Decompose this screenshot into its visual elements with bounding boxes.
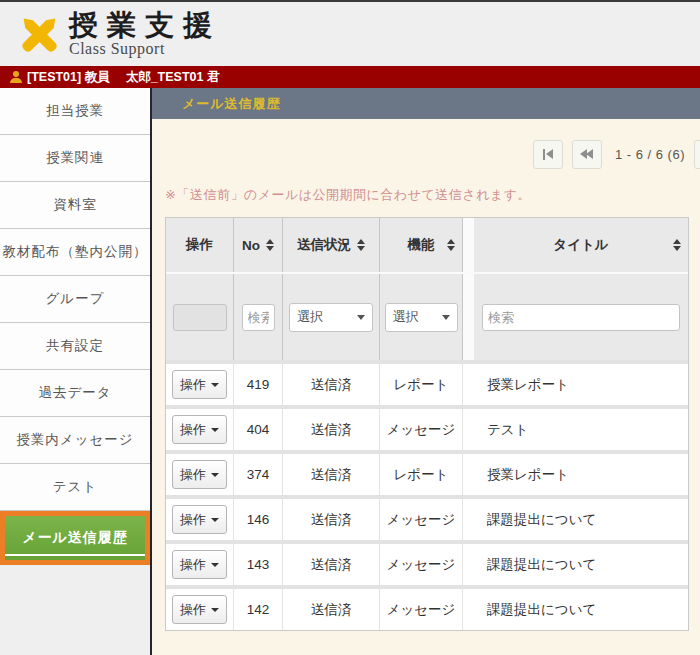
user-name: 太郎_TEST01 君	[126, 69, 220, 86]
cell-title: 授業レポート	[474, 454, 688, 495]
sidebar-item-share-settings[interactable]: 共有設定	[0, 323, 150, 370]
sort-icon	[673, 239, 681, 251]
cell-status: 送信済	[283, 409, 380, 450]
user-bar: [TEST01] 教員 太郎_TEST01 君	[0, 66, 700, 88]
sidebar-item-group[interactable]: グループ	[0, 276, 150, 323]
cell-function: メッセージ	[380, 544, 463, 585]
cell-no: 419	[234, 364, 283, 405]
column-header-title[interactable]: タイトル	[474, 218, 688, 272]
row-action-button[interactable]: 操作	[172, 595, 227, 624]
sidebar-item-library[interactable]: 資料室	[0, 182, 150, 229]
sidebar: 担当授業 授業関連 資料室 教材配布（塾内公開） グループ 共有設定 過去データ…	[0, 88, 152, 655]
select-arrow-icon	[442, 315, 450, 320]
cell-function: メッセージ	[380, 409, 463, 450]
sort-icon	[357, 239, 365, 251]
status-select[interactable]: 選択	[289, 303, 373, 332]
filter-cell-title	[474, 274, 688, 360]
app-subtitle: Class Support	[69, 40, 221, 58]
cell-function: メッセージ	[380, 589, 463, 630]
row-action-button[interactable]: 操作	[172, 460, 227, 489]
cell-function: メッセージ	[380, 499, 463, 540]
operation-filter-disabled-box	[173, 304, 227, 331]
caret-down-icon	[211, 608, 219, 612]
next-page-button[interactable]	[694, 140, 700, 169]
sidebar-item-class-messages[interactable]: 授業内メッセージ	[0, 417, 150, 464]
cell-title: テスト	[474, 409, 688, 450]
filter-cell-status: 選択	[283, 274, 380, 360]
sort-icon	[266, 239, 274, 251]
cell-function: レポート	[380, 454, 463, 495]
row-action-button[interactable]: 操作	[172, 505, 227, 534]
filter-cell-function: 選択	[380, 274, 463, 360]
first-page-button[interactable]	[533, 140, 563, 169]
cell-status: 送信済	[283, 589, 380, 630]
no-search-input[interactable]	[242, 304, 275, 331]
caret-down-icon	[211, 518, 219, 522]
filter-cell-no	[234, 274, 283, 360]
caret-down-icon	[211, 383, 219, 387]
cell-status: 送信済	[283, 364, 380, 405]
user-role-label: [TEST01] 教員	[27, 69, 110, 86]
sidebar-item-material-distribution[interactable]: 教材配布（塾内公開）	[0, 229, 150, 276]
cell-status: 送信済	[283, 499, 380, 540]
send-note: ※「送信前」のメールは公開期間に合わせて送信されます。	[165, 186, 700, 204]
cell-title: 課題提出について	[474, 544, 688, 585]
table-row: 操作 142 送信済 メッセージ 課題提出について	[166, 585, 688, 630]
column-header-function[interactable]: 機能	[380, 218, 463, 272]
active-item-highlight-ring: メール送信履歴	[0, 511, 150, 565]
cell-no: 143	[234, 544, 283, 585]
cell-no: 146	[234, 499, 283, 540]
page-title-bar: メール送信履歴	[152, 88, 700, 119]
sidebar-item-class-related[interactable]: 授業関連	[0, 135, 150, 182]
table-row: 操作 404 送信済 メッセージ テスト	[166, 405, 688, 450]
pagination-range-text: 1 - 6 / 6 (6)	[615, 147, 685, 162]
caret-down-icon	[211, 563, 219, 567]
cell-function: レポート	[380, 364, 463, 405]
column-header-operation: 操作	[166, 218, 234, 272]
row-action-button[interactable]: 操作	[172, 415, 227, 444]
sort-icon	[447, 239, 455, 251]
cell-status: 送信済	[283, 544, 380, 585]
page-title: メール送信履歴	[182, 95, 281, 113]
column-gap	[463, 274, 474, 360]
row-action-button[interactable]: 操作	[172, 370, 227, 399]
sidebar-item-past-data[interactable]: 過去データ	[0, 370, 150, 417]
table-row: 操作 146 送信済 メッセージ 課題提出について	[166, 495, 688, 540]
table-row: 操作 143 送信済 メッセージ 課題提出について	[166, 540, 688, 585]
app-header: 授業支援 Class Support	[0, 2, 700, 66]
mail-history-table: 操作 No 送信状況 機能 タイトル	[165, 217, 689, 631]
cell-title: 授業レポート	[474, 364, 688, 405]
cell-no: 404	[234, 409, 283, 450]
column-header-status[interactable]: 送信状況	[283, 218, 380, 272]
function-select[interactable]: 選択	[385, 303, 458, 332]
cell-title: 課題提出について	[474, 499, 688, 540]
content-body: 1 - 6 / 6 (6) ※「送信前」のメールは公開期間に合わせて送信されます…	[152, 119, 700, 655]
title-search-input[interactable]	[482, 304, 680, 331]
pagination: 1 - 6 / 6 (6)	[165, 139, 700, 169]
table-filter-row: 選択 選択	[166, 272, 688, 360]
table-row: 操作 374 送信済 レポート 授業レポート	[166, 450, 688, 495]
caret-down-icon	[211, 473, 219, 477]
column-gap	[463, 218, 474, 272]
cell-no: 374	[234, 454, 283, 495]
sidebar-item-mail-history[interactable]: メール送信履歴	[5, 516, 145, 560]
filter-cell-operation	[166, 274, 234, 360]
sidebar-item-assigned-classes[interactable]: 担当授業	[0, 88, 150, 135]
row-action-button[interactable]: 操作	[172, 550, 227, 579]
app-title: 授業支援	[69, 10, 221, 40]
user-icon	[10, 71, 22, 83]
column-header-no[interactable]: No	[234, 218, 283, 272]
table-header-row: 操作 No 送信状況 機能 タイトル	[166, 218, 688, 272]
sidebar-filler	[0, 565, 150, 655]
cell-no: 142	[234, 589, 283, 630]
table-row: 操作 419 送信済 レポート 授業レポート	[166, 360, 688, 405]
caret-down-icon	[211, 428, 219, 432]
sidebar-item-test[interactable]: テスト	[0, 464, 150, 511]
select-arrow-icon	[357, 315, 365, 320]
crossed-pens-logo-icon	[16, 11, 63, 58]
cell-status: 送信済	[283, 454, 380, 495]
first-page-icon	[543, 149, 545, 160]
prev-page-button[interactable]	[572, 140, 602, 169]
cell-title: 課題提出について	[474, 589, 688, 630]
